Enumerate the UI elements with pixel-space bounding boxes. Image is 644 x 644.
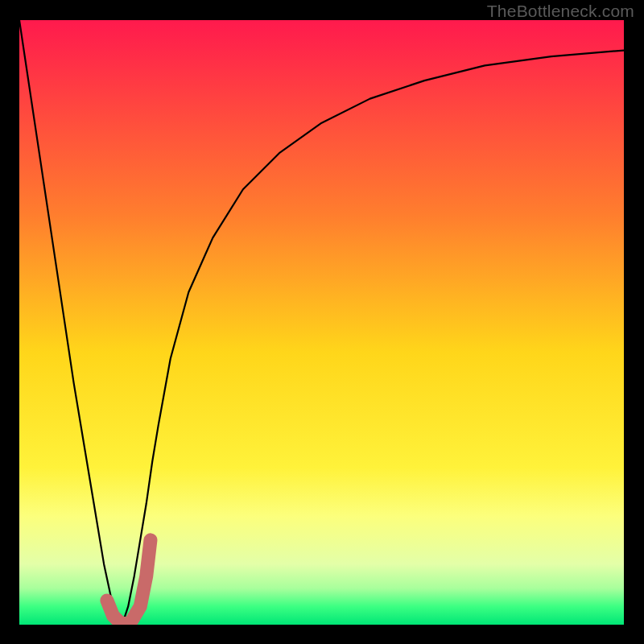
plot-area [19, 20, 624, 625]
watermark-text: TheBottleneck.com [487, 2, 634, 21]
chart-frame: TheBottleneck.com [0, 0, 644, 644]
gradient-background [19, 20, 624, 625]
chart-svg [19, 20, 624, 625]
